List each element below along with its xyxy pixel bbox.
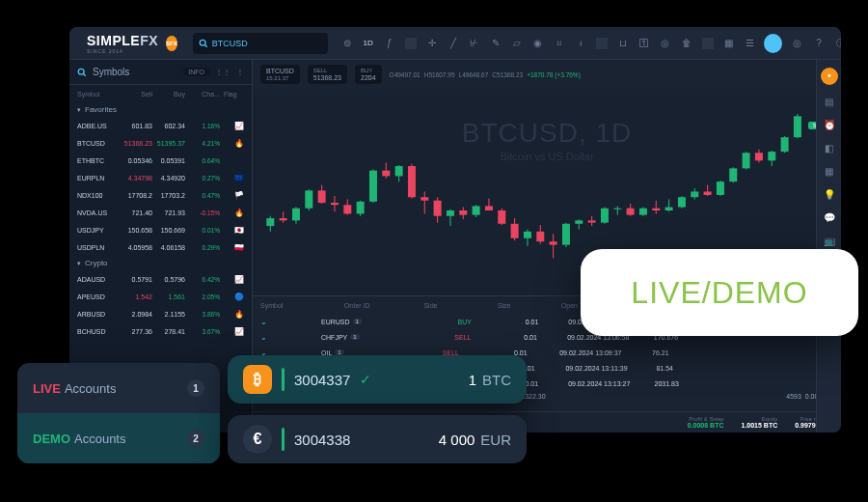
crosshair-icon[interactable]: ✛	[426, 38, 438, 49]
sfx-badge: SFX	[166, 36, 177, 51]
horizontal-line-icon[interactable]: ⊬	[469, 38, 480, 49]
fx-icon[interactable]: ƒ	[384, 38, 395, 49]
svg-rect-23	[395, 166, 403, 176]
symbols-columns: SymbolSellBuyCha...Flag	[69, 85, 252, 102]
symbol-row[interactable]: EURPLN4.347984.349200.27%🇪🇺	[69, 169, 252, 186]
ruler-icon[interactable]: ⫞	[575, 38, 586, 49]
sell-chip[interactable]: SELL51368.23	[308, 65, 347, 84]
symbol-search[interactable]: BTCUSD	[193, 33, 328, 54]
symbol-row[interactable]: USDJPY150.658150.6690.01%🇯🇵	[69, 221, 252, 238]
svg-rect-25	[408, 166, 416, 197]
columns-icon[interactable]: ⋮⋮	[215, 68, 231, 76]
info-icon[interactable]: ⓘ	[834, 36, 841, 51]
symbol-group[interactable]: Crypto	[69, 256, 252, 270]
brush-icon[interactable]: ✎	[490, 38, 502, 49]
svg-rect-63	[652, 209, 660, 210]
svg-rect-27	[420, 197, 428, 200]
svg-rect-55	[601, 209, 609, 223]
svg-rect-85	[794, 116, 801, 137]
shapes-icon[interactable]: ▱	[511, 38, 523, 49]
candlestick-chart	[262, 98, 802, 265]
eur-icon: €	[243, 425, 272, 454]
svg-rect-49	[562, 224, 570, 245]
svg-rect-51	[575, 220, 583, 223]
symbol-row[interactable]: NVDA.US721.40721.93-0.15%🔥	[69, 204, 252, 221]
pattern-icon[interactable]: ⌗	[554, 38, 565, 49]
svg-rect-5	[280, 218, 287, 220]
text-icon[interactable]: ◉	[532, 38, 544, 49]
timeframe-selector[interactable]: 1D	[363, 38, 374, 49]
symbol-row[interactable]: USDPLN4.059584.061580.29%🇵🇱	[69, 238, 252, 256]
symbol-row[interactable]: BTCUSD51368.2351395.374.21%🔥	[69, 134, 252, 152]
search-icon[interactable]	[77, 68, 87, 77]
chart-header-row: BTCUSD15:21:37 SELL51368.23 BUY2204 O494…	[253, 60, 841, 89]
calendar-icon[interactable]: ▦	[823, 164, 836, 178]
ohlc-display: O49497.01 H51607.95 L49648.67 C51368.23 …	[390, 71, 581, 78]
more-icon[interactable]: ⋮	[236, 68, 244, 76]
footer-stat: Profit & Swap0.0008 BTC	[688, 416, 724, 429]
svg-rect-35	[473, 206, 480, 214]
search-icon	[199, 39, 208, 48]
notifications-icon[interactable]: ◎	[790, 36, 804, 51]
svg-rect-75	[729, 168, 737, 181]
svg-rect-11	[318, 190, 326, 203]
trash-icon[interactable]: 🗑	[681, 38, 692, 49]
sfx-icon[interactable]: ✦	[821, 68, 838, 85]
stream-icon[interactable]: 📺	[823, 234, 836, 247]
symbol-row[interactable]: ADBE.US601.83602.341.16%📈	[69, 117, 252, 134]
hotlist-icon[interactable]: ◧	[823, 141, 836, 154]
symbol-row[interactable]: BCHUSD277.36278.413.67%📈	[69, 322, 252, 340]
camera-icon[interactable]: ⊚	[341, 38, 353, 49]
svg-rect-73	[717, 181, 724, 195]
help-icon[interactable]: ?	[812, 36, 827, 51]
status-bar	[282, 368, 285, 391]
svg-rect-13	[331, 203, 339, 205]
svg-rect-83	[781, 137, 789, 152]
account-number: 3004338	[294, 432, 350, 448]
live-accounts-tab[interactable]: LIVEAccounts 1	[17, 363, 220, 413]
layout-icon[interactable]: ▦	[723, 38, 735, 49]
topbar: SIMPLEFX SINCE 2014 SFX BTCUSD ⊚ 1D ƒ ✛ …	[69, 27, 841, 60]
symbol-row[interactable]: NDX10017708.217703.20.47%🏳️	[69, 186, 252, 204]
magnet-icon[interactable]: ⊔	[617, 38, 629, 49]
symbols-header: Symbols INFO ⋮⋮ ⋮	[69, 60, 252, 85]
svg-rect-7	[292, 209, 300, 221]
svg-rect-47	[550, 241, 557, 244]
status-bar	[282, 428, 285, 451]
svg-rect-45	[536, 232, 544, 241]
symbol-row[interactable]: APEUSD1.5421.5612.05%🔵	[69, 288, 252, 305]
svg-rect-21	[382, 171, 390, 177]
trend-line-icon[interactable]: ╱	[448, 38, 459, 49]
accounts-panel: LIVEAccounts 1 DEMOAccounts 2	[17, 363, 220, 463]
symbol-row[interactable]: ETHBTC0.053460.053910.64%	[69, 152, 252, 169]
user-avatar[interactable]	[764, 34, 782, 53]
alerts-icon[interactable]: ⏰	[823, 118, 836, 131]
symbol-chip[interactable]: BTCUSD15:21:37	[260, 65, 300, 84]
symbol-row[interactable]: ADAUSD0.57910.57966.42%📈	[69, 270, 252, 288]
svg-rect-9	[305, 190, 312, 208]
eye-icon[interactable]: ◎	[660, 38, 671, 49]
svg-rect-37	[485, 206, 493, 210]
account-cards: ₿3004337✓1BTC€30043384 000EUR	[228, 355, 527, 463]
svg-rect-77	[743, 153, 750, 168]
lock-icon[interactable]: ⚿	[638, 38, 650, 49]
account-number: 3004337	[294, 372, 350, 388]
buy-chip[interactable]: BUY2204	[355, 65, 382, 84]
svg-rect-29	[434, 201, 442, 216]
symbol-group[interactable]: Favorites	[69, 102, 252, 117]
chat-icon[interactable]: 💬	[823, 210, 836, 224]
account-card[interactable]: ₿3004337✓1BTC	[228, 355, 527, 404]
demo-accounts-tab[interactable]: DEMOAccounts 2	[17, 413, 220, 463]
info-pill[interactable]: INFO	[183, 68, 209, 76]
settings-icon[interactable]: ☰	[745, 38, 756, 49]
chart-toolbar: ⊚ 1D ƒ ✛ ╱ ⊬ ✎ ▱ ◉ ⌗ ⫞ ⊔ ⚿ ◎ 🗑 ▦ ☰	[336, 38, 756, 49]
symbol-row[interactable]: ARBUSD2.09842.11553.86%🔥	[69, 305, 252, 322]
btc-icon: ₿	[243, 365, 272, 394]
live-count-badge: 1	[187, 379, 204, 397]
watchlist-icon[interactable]: ▤	[823, 95, 836, 108]
account-card[interactable]: €30043384 000EUR	[228, 415, 527, 463]
ideas-icon[interactable]: 💡	[823, 187, 836, 201]
account-amount: 1BTC	[381, 372, 511, 388]
svg-point-1	[78, 69, 84, 74]
check-icon: ✓	[360, 372, 371, 387]
